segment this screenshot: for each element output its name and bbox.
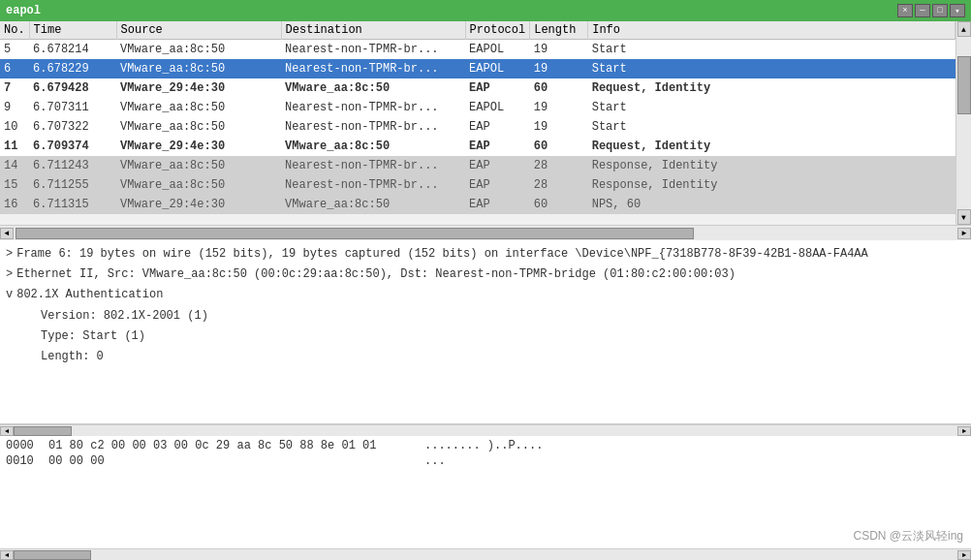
detail-text: Type: Start (1) xyxy=(41,327,145,346)
table-row[interactable]: 6 6.678229 VMware_aa:8c:50 Nearest-non-T… xyxy=(0,59,955,78)
hex-hscrollbar[interactable]: ◄ ► xyxy=(0,548,971,560)
vertical-scrollbar[interactable]: ▲ ▼ xyxy=(955,21,971,225)
detail-line[interactable]: >Ethernet II, Src: VMware_aa:8c:50 (00:0… xyxy=(6,264,965,285)
hex-pane-wrapper: 0000 01 80 c2 00 00 03 00 0c 29 aa 8c 50… xyxy=(0,436,971,548)
detail-line[interactable]: >Frame 6: 19 bytes on wire (152 bits), 1… xyxy=(6,244,965,264)
packet-tbody: 5 6.678214 VMware_aa:8c:50 Nearest-non-T… xyxy=(0,40,955,214)
detail-line: Type: Start (1) xyxy=(23,327,965,347)
cell-source: VMware_29:4e:30 xyxy=(116,195,281,214)
cell-time: 6.709374 xyxy=(29,137,116,156)
cell-len: 60 xyxy=(530,195,588,214)
cell-time: 6.678229 xyxy=(29,59,116,78)
cell-time: 6.679428 xyxy=(29,78,116,98)
cell-no: 14 xyxy=(0,156,29,175)
detail-text: Frame 6: 19 bytes on wire (152 bits), 19… xyxy=(16,245,868,264)
cell-proto: EAP xyxy=(465,175,530,195)
minimize-button[interactable]: — xyxy=(915,4,930,17)
cell-dest: Nearest-non-TPMR-br... xyxy=(281,175,465,195)
cell-source: VMware_aa:8c:50 xyxy=(116,59,281,78)
table-row[interactable]: 5 6.678214 VMware_aa:8c:50 Nearest-non-T… xyxy=(0,40,955,59)
cell-time: 6.711243 xyxy=(29,156,116,175)
col-header-no: No. xyxy=(0,21,29,40)
hex-bytes: 01 80 c2 00 00 03 00 0c 29 aa 8c 50 88 8… xyxy=(48,439,417,452)
cell-no: 7 xyxy=(0,78,29,98)
detail-line[interactable]: v802.1X Authentication xyxy=(6,285,965,305)
cell-proto: EAPOL xyxy=(465,59,530,78)
cell-no: 15 xyxy=(0,175,29,195)
col-header-time: Time xyxy=(29,21,116,40)
hscroll-thumb[interactable] xyxy=(16,228,694,239)
expand-icon[interactable]: > xyxy=(6,265,13,284)
detail-lines: >Frame 6: 19 bytes on wire (152 bits), 1… xyxy=(6,244,965,367)
cell-info: Response, Identity xyxy=(588,156,955,175)
cell-no: 11 xyxy=(0,137,29,156)
maximize-button[interactable]: □ xyxy=(932,4,948,17)
cell-no: 5 xyxy=(0,40,29,59)
cell-proto: EAP xyxy=(465,117,530,137)
col-header-info: Info xyxy=(588,21,955,40)
hscroll-left-arrow[interactable]: ◄ xyxy=(0,228,14,239)
cell-dest: Nearest-non-TPMR-br... xyxy=(281,40,465,59)
cell-len: 19 xyxy=(530,59,588,78)
detail-text: Length: 0 xyxy=(41,348,104,366)
hex-hscroll-right[interactable]: ► xyxy=(957,550,971,560)
expand-icon[interactable]: v xyxy=(6,286,13,304)
close-button[interactable]: × xyxy=(897,4,913,17)
table-row[interactable]: 14 6.711243 VMware_aa:8c:50 Nearest-non-… xyxy=(0,156,955,175)
title-bar: eapol × — □ ▾ xyxy=(0,0,971,21)
hex-line: 0010 00 00 00 ... xyxy=(6,453,965,469)
cell-source: VMware_aa:8c:50 xyxy=(116,117,281,137)
cell-time: 6.707322 xyxy=(29,117,116,137)
cell-dest: Nearest-non-TPMR-br... xyxy=(281,98,465,117)
hex-offset: 0000 xyxy=(6,439,41,452)
hex-hscroll-left[interactable]: ◄ xyxy=(0,550,14,560)
hex-pane: 0000 01 80 c2 00 00 03 00 0c 29 aa 8c 50… xyxy=(0,436,971,471)
detail-hscrollbar[interactable]: ◄ ► xyxy=(0,424,971,436)
detail-line: Version: 802.1X-2001 (1) xyxy=(23,306,965,327)
hex-ascii: ........ )..P.... xyxy=(424,439,543,452)
cell-proto: EAP xyxy=(465,195,530,214)
cell-proto: EAP xyxy=(465,137,530,156)
table-row[interactable]: 16 6.711315 VMware_29:4e:30 VMware_aa:8c… xyxy=(0,195,955,214)
cell-source: VMware_29:4e:30 xyxy=(116,137,281,156)
table-row[interactable]: 7 6.679428 VMware_29:4e:30 VMware_aa:8c:… xyxy=(0,78,955,98)
col-header-source: Source xyxy=(116,21,281,40)
cell-dest: Nearest-non-TPMR-br... xyxy=(281,59,465,78)
hex-line: 0000 01 80 c2 00 00 03 00 0c 29 aa 8c 50… xyxy=(6,438,965,453)
scroll-up-arrow[interactable]: ▲ xyxy=(957,21,971,37)
window-controls[interactable]: × — □ ▾ xyxy=(897,4,965,17)
cell-no: 9 xyxy=(0,98,29,117)
cell-dest: VMware_aa:8c:50 xyxy=(281,137,465,156)
table-row[interactable]: 11 6.709374 VMware_29:4e:30 VMware_aa:8c… xyxy=(0,137,955,156)
scroll-down-arrow[interactable]: ▼ xyxy=(957,209,971,225)
menu-button[interactable]: ▾ xyxy=(950,4,965,17)
cell-dest: Nearest-non-TPMR-br... xyxy=(281,117,465,137)
expand-icon[interactable]: > xyxy=(6,245,13,264)
hex-offset: 0010 xyxy=(6,454,41,468)
detail-text: Ethernet II, Src: VMware_aa:8c:50 (00:0c… xyxy=(16,265,736,284)
hex-ascii: ... xyxy=(424,454,446,468)
cell-info: Request, Identity xyxy=(588,78,955,98)
cell-len: 19 xyxy=(530,98,588,117)
detail-hscroll-left[interactable]: ◄ xyxy=(0,426,14,436)
watermark: CSDN @云淡风轻ing xyxy=(853,528,963,544)
detail-hscroll-thumb[interactable] xyxy=(14,426,72,436)
table-row[interactable]: 15 6.711255 VMware_aa:8c:50 Nearest-non-… xyxy=(0,175,955,195)
table-row[interactable]: 9 6.707311 VMware_aa:8c:50 Nearest-non-T… xyxy=(0,98,955,117)
scroll-thumb[interactable] xyxy=(957,56,971,114)
cell-len: 60 xyxy=(530,137,588,156)
cell-proto: EAP xyxy=(465,156,530,175)
detail-hscroll-right[interactable]: ► xyxy=(957,426,971,436)
packet-table-area: No. Time Source Destination Protocol Len… xyxy=(0,21,955,225)
cell-dest: VMware_aa:8c:50 xyxy=(281,78,465,98)
cell-source: VMware_aa:8c:50 xyxy=(116,175,281,195)
col-header-dest: Destination xyxy=(281,21,465,40)
detail-line: Length: 0 xyxy=(23,347,965,367)
cell-info: Request, Identity xyxy=(588,137,955,156)
packet-hscrollbar[interactable]: ◄ ► xyxy=(0,225,971,240)
hex-hscroll-thumb[interactable] xyxy=(14,550,91,560)
detail-text: 802.1X Authentication xyxy=(16,286,163,304)
hscroll-right-arrow[interactable]: ► xyxy=(957,228,971,239)
cell-no: 10 xyxy=(0,117,29,137)
table-row[interactable]: 10 6.707322 VMware_aa:8c:50 Nearest-non-… xyxy=(0,117,955,137)
